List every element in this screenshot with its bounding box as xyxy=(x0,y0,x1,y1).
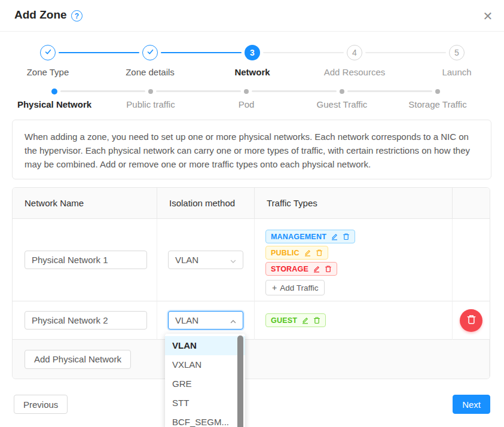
isolation-method-dropdown: VLAN VXLAN GRE STT BCF_SEGM... xyxy=(165,334,245,427)
edit-icon[interactable] xyxy=(304,249,311,257)
step-label-zone-details: Zone details xyxy=(99,67,201,77)
column-header-actions xyxy=(453,188,490,219)
traffic-tag-management: MANAGEMENT xyxy=(265,230,355,243)
table-cell-traffic-types: GUEST xyxy=(255,301,453,340)
step-label-launch: Launch xyxy=(406,67,504,77)
step-icon-zone-type xyxy=(40,45,56,60)
edit-icon[interactable] xyxy=(301,316,309,324)
substep-connector xyxy=(347,90,432,92)
traffic-tag-label: STORAGE xyxy=(271,265,308,273)
substep-dot-storage-traffic xyxy=(435,89,440,94)
substep-label-guest-traffic: Guest Traffic xyxy=(291,99,393,109)
dropdown-option-bcf-segment[interactable]: BCF_SEGM... xyxy=(165,413,245,427)
dropdown-option-vxlan[interactable]: VXLAN xyxy=(165,355,245,374)
table-cell-actions xyxy=(453,301,490,340)
table-footer: Add Physical Network xyxy=(13,340,490,379)
check-icon xyxy=(44,48,52,57)
step-icon-network: 3 xyxy=(245,45,260,60)
chevron-up-icon xyxy=(230,317,237,327)
substep-label-storage-traffic: Storage Traffic xyxy=(387,99,488,109)
chevron-down-icon xyxy=(230,257,237,267)
table-row xyxy=(13,219,157,301)
traffic-tag-public: PUBLIC xyxy=(265,246,328,260)
previous-button[interactable]: Previous xyxy=(14,395,68,414)
isolation-method-select[interactable]: VLAN xyxy=(168,251,243,269)
column-header-traffic-types: Traffic Types xyxy=(255,188,453,219)
edit-icon[interactable] xyxy=(331,233,338,240)
table-cell-isolation: VLAN xyxy=(157,219,255,301)
substep-label-pod: Pod xyxy=(196,99,297,109)
select-value: VLAN xyxy=(175,255,198,265)
table-row xyxy=(13,301,157,340)
plus-icon: + xyxy=(272,283,277,292)
substep-dot-public-traffic xyxy=(148,89,153,94)
add-physical-network-button[interactable]: Add Physical Network xyxy=(25,350,131,369)
delete-network-button[interactable] xyxy=(460,309,482,332)
next-button[interactable]: Next xyxy=(453,395,490,414)
zone-network-description: When adding a zone, you need to set up o… xyxy=(12,120,491,179)
traffic-tag-label: MANAGEMENT xyxy=(271,233,326,241)
physical-networks-table: Network Name Isolation method Traffic Ty… xyxy=(12,187,490,379)
select-value: VLAN xyxy=(175,315,198,325)
step-icon-zone-details xyxy=(142,45,158,60)
delete-icon[interactable] xyxy=(325,265,332,273)
close-icon[interactable]: ✕ xyxy=(481,10,494,23)
help-icon[interactable]: ? xyxy=(71,10,83,22)
dropdown-option-gre[interactable]: GRE xyxy=(165,374,245,394)
column-header-isolation-method: Isolation method xyxy=(157,188,255,219)
substep-label-public-traffic: Public traffic xyxy=(100,99,201,109)
traffic-tag-storage: STORAGE xyxy=(265,262,337,276)
step-connector xyxy=(59,52,139,53)
delete-icon[interactable] xyxy=(313,316,320,324)
dropdown-option-stt[interactable]: STT xyxy=(165,394,245,413)
step-label-zone-type: Zone Type xyxy=(0,67,99,77)
step-label-network: Network xyxy=(201,67,303,77)
step-label-add-resources: Add Resources xyxy=(304,67,405,77)
table-cell-actions xyxy=(453,219,490,301)
step-icon-add-resources: 4 xyxy=(347,45,362,60)
traffic-tag-label: PUBLIC xyxy=(271,249,300,257)
traffic-tag-label: GUEST xyxy=(271,316,297,325)
substep-connector xyxy=(252,90,337,92)
dropdown-scrollbar[interactable] xyxy=(237,336,243,427)
edit-icon[interactable] xyxy=(313,265,320,273)
add-traffic-button[interactable]: + Add Traffic xyxy=(265,280,325,295)
substep-connector xyxy=(156,90,241,92)
step-connector xyxy=(263,52,344,53)
step-number: 3 xyxy=(250,48,255,57)
network-name-input[interactable] xyxy=(25,251,147,269)
step-number: 4 xyxy=(352,48,357,57)
substep-connector xyxy=(60,90,145,92)
substep-dot-guest-traffic xyxy=(340,89,344,94)
column-header-network-name: Network Name xyxy=(13,188,157,219)
trash-icon xyxy=(466,314,476,327)
add-traffic-label: Add Traffic xyxy=(280,283,318,292)
table-cell-traffic-types: MANAGEMENT PUBLIC STORAGE xyxy=(255,219,453,301)
traffic-tag-guest: GUEST xyxy=(265,313,326,327)
dialog-header: Add Zone ? ✕ xyxy=(0,0,504,32)
dropdown-option-vlan[interactable]: VLAN xyxy=(165,336,245,355)
substep-label-physical-network: Physical Network xyxy=(4,99,105,109)
isolation-method-select-open[interactable]: VLAN xyxy=(168,311,243,330)
check-icon xyxy=(146,48,154,57)
step-number: 5 xyxy=(454,48,459,57)
step-connector xyxy=(161,52,242,53)
substep-dot-physical-network xyxy=(51,89,57,94)
add-zone-dialog: Add Zone ? ✕ 3 4 5 Zone Type Zone detail… xyxy=(0,0,504,427)
delete-icon[interactable] xyxy=(343,233,350,240)
step-icon-launch: 5 xyxy=(449,45,465,60)
page-title: Add Zone xyxy=(14,8,67,22)
delete-icon[interactable] xyxy=(316,249,323,257)
network-name-input[interactable] xyxy=(25,311,147,330)
substep-dot-pod xyxy=(244,89,249,94)
step-connector xyxy=(365,52,446,53)
